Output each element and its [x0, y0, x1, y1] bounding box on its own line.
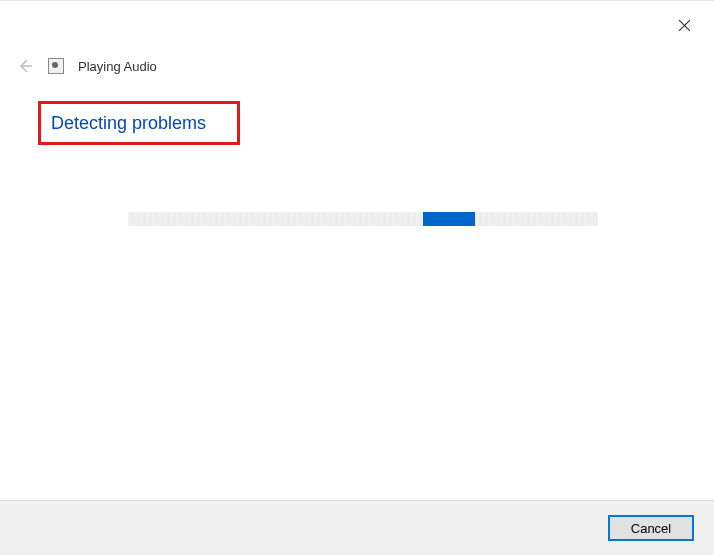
back-button	[16, 57, 34, 75]
footer: Cancel	[0, 500, 714, 555]
highlight-annotation: Detecting problems	[38, 101, 240, 145]
close-icon	[678, 19, 691, 32]
progress-indicator	[423, 212, 475, 226]
audio-troubleshooter-icon	[48, 58, 64, 74]
cancel-button[interactable]: Cancel	[608, 515, 694, 541]
status-heading: Detecting problems	[51, 113, 206, 134]
close-button[interactable]	[674, 15, 694, 35]
back-arrow-icon	[17, 58, 33, 74]
progress-bar	[128, 212, 598, 226]
page-title: Playing Audio	[78, 59, 157, 74]
header: Playing Audio	[16, 57, 157, 75]
